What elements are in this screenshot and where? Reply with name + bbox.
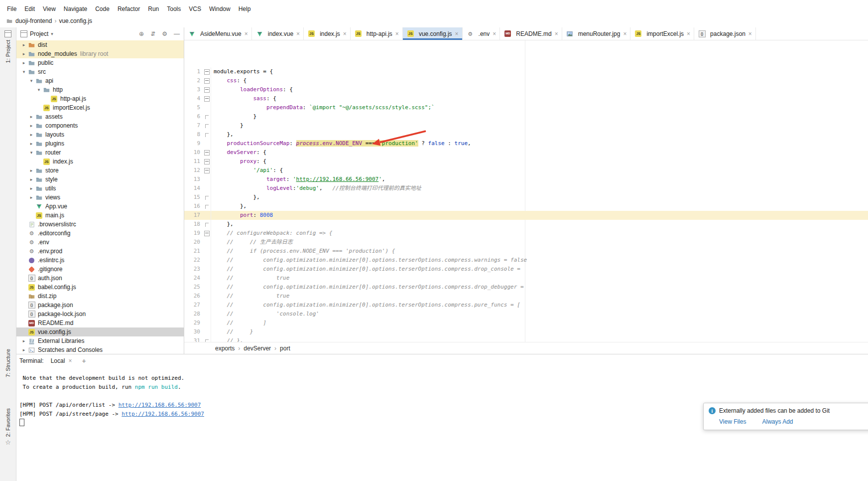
stripe-structure-button[interactable]: 7: Structure bbox=[5, 349, 11, 377]
collapse-all-icon[interactable]: ⇵ bbox=[150, 30, 155, 37]
line-number[interactable]: 11 bbox=[184, 157, 203, 166]
close-icon[interactable]: × bbox=[623, 30, 626, 37]
terminal-tab-local[interactable]: Local × bbox=[47, 356, 76, 366]
tree-item-package-lock.json[interactable]: {}package-lock.json bbox=[16, 310, 184, 319]
fold-collapse-icon[interactable] bbox=[204, 159, 210, 164]
line-number[interactable]: 1 bbox=[184, 67, 203, 76]
fold-collapse-icon[interactable] bbox=[204, 231, 210, 236]
chevron-right-icon[interactable]: ▸ bbox=[20, 51, 27, 56]
chevron-right-icon[interactable]: ▸ bbox=[28, 168, 35, 173]
notification-action-always-add[interactable]: Always Add bbox=[762, 418, 793, 425]
fold-collapse-icon[interactable] bbox=[204, 87, 210, 93]
chevron-right-icon[interactable]: ▸ bbox=[28, 195, 35, 200]
tree-item-assets[interactable]: ▸assets bbox=[16, 112, 184, 121]
editor-tab-package.json[interactable]: {}package.json × bbox=[694, 27, 756, 40]
tree-item-http-api.js[interactable]: JShttp-api.js bbox=[16, 94, 184, 103]
breadcrumb-file[interactable]: vue.config.js bbox=[59, 17, 92, 24]
tree-item-.env.prod[interactable]: ⚙.env.prod bbox=[16, 247, 184, 256]
tree-item-dist[interactable]: ▸dist bbox=[16, 40, 184, 49]
stripe-favorites-button[interactable]: 2: Favorites bbox=[5, 408, 11, 437]
menu-vcs[interactable]: VCS bbox=[185, 4, 205, 13]
line-number[interactable]: 17 bbox=[184, 211, 203, 220]
tree-item-index.js[interactable]: JSindex.js bbox=[16, 157, 184, 166]
favorites-star-icon[interactable]: ☆ bbox=[5, 439, 11, 446]
line-number[interactable]: 7 bbox=[184, 121, 203, 130]
tree-item-babel.config.js[interactable]: JSbabel.config.js bbox=[16, 283, 184, 292]
line-number[interactable]: 13 bbox=[184, 175, 203, 184]
line-number[interactable]: 14 bbox=[184, 184, 203, 193]
locate-file-icon[interactable]: ⊕ bbox=[139, 30, 144, 37]
tree-item-store[interactable]: ▸store bbox=[16, 166, 184, 175]
tree-item-src[interactable]: ▾src bbox=[16, 67, 184, 76]
line-number[interactable]: 23 bbox=[184, 265, 203, 274]
line-number[interactable]: 27 bbox=[184, 301, 203, 310]
tree-item-main.js[interactable]: JSmain.js bbox=[16, 211, 184, 220]
line-number[interactable]: 30 bbox=[184, 327, 203, 336]
tree-item-package.json[interactable]: {}package.json bbox=[16, 301, 184, 310]
tree-item-views[interactable]: ▸views bbox=[16, 193, 184, 202]
tree-item-node_modules[interactable]: ▸node_moduleslibrary root bbox=[16, 49, 184, 58]
line-number[interactable]: 3 bbox=[184, 85, 203, 94]
breadcrumb-project[interactable]: duoji-frontend bbox=[15, 17, 52, 24]
tree-item-plugins[interactable]: ▸plugins bbox=[16, 139, 184, 148]
chevron-right-icon[interactable]: ▸ bbox=[28, 177, 35, 182]
tree-item-auth.json[interactable]: {}auth.json bbox=[16, 274, 184, 283]
new-terminal-icon[interactable]: + bbox=[79, 357, 89, 365]
line-number[interactable]: 29 bbox=[184, 319, 203, 327]
line-number[interactable]: 6 bbox=[184, 112, 203, 121]
line-number[interactable]: 15 bbox=[184, 193, 203, 202]
editor-tab-index.vue[interactable]: index.vue × bbox=[252, 27, 304, 40]
menu-edit[interactable]: Edit bbox=[20, 4, 39, 13]
editor-tab-menuRouter.jpg[interactable]: menuRouter.jpg × bbox=[562, 27, 631, 40]
chevron-right-icon[interactable]: ▸ bbox=[20, 60, 27, 65]
tree-item-Scratches and Consoles[interactable]: ▸Scratches and Consoles bbox=[16, 345, 184, 354]
chevron-right-icon[interactable]: ▸ bbox=[28, 186, 35, 191]
fold-collapse-icon[interactable] bbox=[204, 78, 210, 84]
tree-item-.env[interactable]: ⚙.env bbox=[16, 238, 184, 247]
close-icon[interactable]: × bbox=[343, 30, 347, 37]
tree-item-.editorconfig[interactable]: ⚙.editorconfig bbox=[16, 229, 184, 238]
editor-tab-.env[interactable]: ⚙.env × bbox=[463, 27, 500, 40]
line-number[interactable]: 10 bbox=[184, 148, 203, 157]
editor-tab-README.md[interactable]: MDREADME.md × bbox=[500, 27, 562, 40]
tree-item-vue.config.js[interactable]: JSvue.config.js bbox=[16, 327, 184, 336]
terminal-link[interactable]: http://192.168.66.56:9007 bbox=[122, 411, 204, 417]
line-number[interactable]: 18 bbox=[184, 220, 203, 229]
notification-action-view-files[interactable]: View Files bbox=[719, 418, 746, 425]
close-icon[interactable]: × bbox=[296, 30, 300, 37]
editor-tab-index.js[interactable]: JSindex.js × bbox=[304, 27, 351, 40]
chevron-right-icon[interactable]: ▸ bbox=[28, 141, 35, 146]
chevron-down-icon[interactable]: ▾ bbox=[28, 150, 35, 155]
breadcrumb-port[interactable]: port bbox=[280, 345, 290, 352]
tree-item-router[interactable]: ▾router bbox=[16, 148, 184, 157]
line-number[interactable]: 25 bbox=[184, 283, 203, 292]
tree-item-README.md[interactable]: MDREADME.md bbox=[16, 319, 184, 327]
line-number[interactable]: 24 bbox=[184, 274, 203, 283]
line-number[interactable]: 26 bbox=[184, 292, 203, 301]
tree-item-style[interactable]: ▸style bbox=[16, 175, 184, 184]
close-icon[interactable]: × bbox=[748, 30, 752, 37]
tree-item-layouts[interactable]: ▸layouts bbox=[16, 130, 184, 139]
tree-item-utils[interactable]: ▸utils bbox=[16, 184, 184, 193]
code-segment[interactable]: http://192.168.66.56:9007 bbox=[296, 176, 379, 182]
breadcrumb-exports[interactable]: exports bbox=[215, 345, 235, 352]
chevron-right-icon[interactable]: ▸ bbox=[20, 338, 27, 343]
chevron-right-icon[interactable]: ▸ bbox=[20, 42, 27, 47]
stripe-project-button[interactable]: 1: Project bbox=[5, 40, 11, 63]
tree-item-App.vue[interactable]: App.vue bbox=[16, 202, 184, 211]
tree-item-http[interactable]: ▾http bbox=[16, 85, 184, 94]
close-icon[interactable]: × bbox=[493, 30, 496, 37]
editor-tab-AsideMenu.vue[interactable]: AsideMenu.vue × bbox=[184, 27, 252, 40]
chevron-right-icon[interactable]: ▸ bbox=[28, 114, 35, 119]
chevron-right-icon[interactable]: ▸ bbox=[20, 347, 27, 352]
fold-collapse-icon[interactable] bbox=[204, 69, 210, 75]
line-number[interactable]: 19 bbox=[184, 229, 203, 238]
line-number[interactable]: 22 bbox=[184, 256, 203, 265]
menu-refactor[interactable]: Refactor bbox=[114, 4, 144, 13]
menu-help[interactable]: Help bbox=[235, 4, 255, 13]
fold-collapse-icon[interactable] bbox=[204, 150, 210, 156]
menu-window[interactable]: Window bbox=[205, 4, 235, 13]
line-number[interactable]: 5 bbox=[184, 103, 203, 112]
line-number[interactable]: 9 bbox=[184, 139, 203, 148]
menu-run[interactable]: Run bbox=[144, 4, 163, 13]
